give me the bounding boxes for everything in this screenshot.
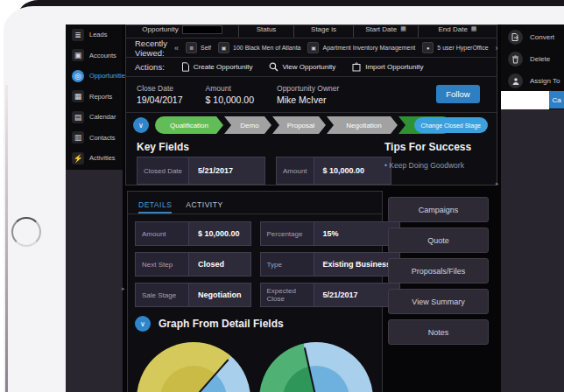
panel-collapse-arrow[interactable]: ▸ bbox=[496, 180, 499, 187]
action-label: Assign To bbox=[530, 77, 560, 85]
actions-label: Actions: bbox=[135, 62, 165, 72]
stage-label: Qualification bbox=[170, 122, 208, 130]
stage-demo[interactable]: Demo bbox=[224, 116, 271, 134]
quick-action-input[interactable] bbox=[501, 91, 549, 110]
campaigns-button[interactable]: Campaigns bbox=[388, 197, 489, 222]
gauge-deal-size: Small Large Deal bbox=[137, 342, 252, 392]
target-icon: ◎ bbox=[72, 70, 84, 82]
action-label: Import Opportunity bbox=[365, 63, 423, 71]
calendar-icon[interactable]: ▦ bbox=[471, 25, 477, 32]
filter-cell-status[interactable]: Status bbox=[239, 25, 294, 38]
stage-qualification[interactable]: Qualification bbox=[155, 116, 223, 134]
filter-label: Stage is bbox=[311, 25, 336, 33]
field-label: Percentage bbox=[261, 222, 314, 245]
action-label: Convert bbox=[530, 33, 554, 41]
follow-button[interactable]: Follow bbox=[436, 85, 480, 103]
chevron-left-icon[interactable]: « bbox=[174, 44, 179, 52]
sidebar-item-label: Calendar bbox=[89, 113, 116, 121]
sidebar-item-leads[interactable]: ≣ Leads bbox=[66, 24, 123, 46]
chevron-down-icon[interactable]: ∨ bbox=[133, 117, 149, 133]
sidebar-item-calendar[interactable]: ▤ Calendar bbox=[66, 107, 123, 128]
view-opportunity-button[interactable]: View Opportunity bbox=[269, 62, 335, 72]
recently-viewed-label: Recently Viewed: bbox=[135, 38, 167, 58]
filter-cell-stage[interactable]: Stage is bbox=[294, 25, 354, 38]
tab-bar: DETAILS ACTIVITY bbox=[128, 192, 382, 214]
amount-field[interactable]: Amount $ 10,000.00 bbox=[276, 157, 391, 185]
closed-date-field[interactable]: Closed Date 5/21/2017 bbox=[137, 157, 265, 185]
field-value: 15% bbox=[314, 222, 400, 245]
sale-stage-field[interactable]: Sale Stage Negotiation bbox=[135, 283, 251, 307]
sidebar-item-reports[interactable]: ▦ Reports bbox=[66, 87, 123, 108]
field-label: Expected Close bbox=[261, 284, 314, 306]
tip-text: Keep Doing Goodwork bbox=[389, 161, 464, 170]
recent-item[interactable]: ▣ 100 Black Men of Atlanta bbox=[218, 42, 300, 53]
convert-button[interactable]: Convert bbox=[501, 26, 564, 48]
recent-item[interactable]: ● 5 user HyperOffice bbox=[422, 42, 488, 53]
calendar-icon: ▤ bbox=[72, 111, 84, 123]
assign-to-button[interactable]: Assign To bbox=[501, 70, 564, 92]
filter-cell-end-date[interactable]: End Date ▦ bbox=[419, 25, 497, 38]
field-value: Existing Business bbox=[314, 253, 400, 276]
sidebar-item-contacts[interactable]: ▥ Contacts bbox=[66, 128, 123, 149]
activity-icon: ⚡ bbox=[72, 152, 84, 164]
new-doc-icon bbox=[181, 62, 190, 72]
chevron-down-icon[interactable]: ∨ bbox=[135, 316, 151, 332]
tab-details[interactable]: DETAILS bbox=[138, 200, 172, 214]
quote-button[interactable]: Quote bbox=[388, 228, 489, 253]
tip-item: • Keep Doing Goodwork bbox=[384, 161, 494, 170]
expected-close-field[interactable]: Expected Close 5/21/2017 bbox=[260, 283, 401, 307]
view-summary-button[interactable]: View Summary bbox=[388, 289, 489, 314]
field-value: Closed bbox=[189, 253, 250, 276]
import-opportunity-button[interactable]: Import Opportunity bbox=[352, 62, 423, 72]
filter-label: Opportunity bbox=[142, 25, 178, 33]
action-label: View Opportunity bbox=[282, 63, 335, 71]
amount-field[interactable]: Amount $ 10,000.00 bbox=[135, 221, 251, 246]
notes-button[interactable]: Notes bbox=[388, 319, 489, 345]
sidebar-item-label: Activities bbox=[89, 154, 116, 162]
tablet-camera-ring bbox=[11, 217, 41, 247]
sidebar-item-accounts[interactable]: ▣ Accounts bbox=[66, 46, 123, 66]
next-step-field[interactable]: Next Step Closed bbox=[135, 252, 251, 276]
sidebar-item-activities[interactable]: ⚡ Activities bbox=[66, 148, 123, 169]
filter-cell-start-date[interactable]: Start Date ▦ bbox=[354, 25, 419, 38]
calendar-icon[interactable]: ▦ bbox=[400, 25, 406, 32]
tips-title: Tips For Success bbox=[384, 141, 494, 153]
contact-card-icon: ▥ bbox=[72, 131, 84, 144]
card-icon: ▣ bbox=[218, 42, 229, 53]
stage-label: Negotiation bbox=[346, 122, 381, 130]
chevron-right-icon[interactable]: › bbox=[496, 44, 498, 52]
field-value: Mike McIver bbox=[277, 94, 339, 105]
panel-collapse-arrow[interactable]: ▸ bbox=[122, 285, 125, 292]
convert-icon bbox=[511, 33, 519, 41]
summary-close-date: Close Date 19/04/2017 bbox=[137, 84, 183, 105]
delete-button[interactable]: Delete bbox=[501, 48, 564, 70]
sidebar-item-opportunities[interactable]: ◎ Opportunities bbox=[66, 66, 123, 87]
create-opportunity-button[interactable]: Create Opportunity bbox=[181, 62, 253, 72]
sidebar: ≣ Leads ▣ Accounts ◎ Opportunities ▦ Rep… bbox=[66, 24, 123, 170]
graph-title: Graph From Detail Fields bbox=[159, 318, 284, 330]
stage-proposal[interactable]: Proposal bbox=[272, 116, 326, 134]
summary-owner: Opportunity Owner Mike McIver bbox=[277, 84, 339, 105]
field-label: Opportunity Owner bbox=[277, 84, 339, 93]
assign-person-icon bbox=[511, 77, 520, 86]
quick-action-button[interactable]: Ca bbox=[549, 91, 564, 108]
card-icon: ▣ bbox=[307, 42, 319, 53]
filter-search-input[interactable] bbox=[182, 25, 222, 34]
field-label: Type bbox=[261, 253, 314, 276]
field-value: $ 10,000.00 bbox=[189, 222, 250, 245]
percentage-field[interactable]: Percentage 15% bbox=[260, 221, 401, 246]
recent-item[interactable]: ▣ Apartment Inventory Management bbox=[307, 42, 415, 53]
doc-icon: ≣ bbox=[186, 42, 197, 53]
stage-path: Qualification Demo Proposal Negotiation … bbox=[155, 116, 452, 134]
stage-negotiation[interactable]: Negotiation bbox=[327, 116, 398, 134]
sidebar-item-label: Contacts bbox=[89, 134, 116, 142]
filter-cell-opportunity[interactable]: Opportunity bbox=[126, 25, 239, 38]
field-label: Sale Stage bbox=[136, 284, 189, 306]
key-fields-title: Key Fields bbox=[137, 141, 189, 153]
recent-item[interactable]: ≣ Self bbox=[186, 42, 211, 53]
proposals-files-button[interactable]: Proposals/Files bbox=[388, 258, 489, 284]
change-closed-stage-button[interactable]: Change Closed Stage bbox=[414, 117, 489, 133]
tab-activity[interactable]: ACTIVITY bbox=[186, 200, 222, 214]
type-field[interactable]: Type Existing Business bbox=[260, 252, 401, 276]
field-value: Negotiation bbox=[189, 284, 250, 306]
